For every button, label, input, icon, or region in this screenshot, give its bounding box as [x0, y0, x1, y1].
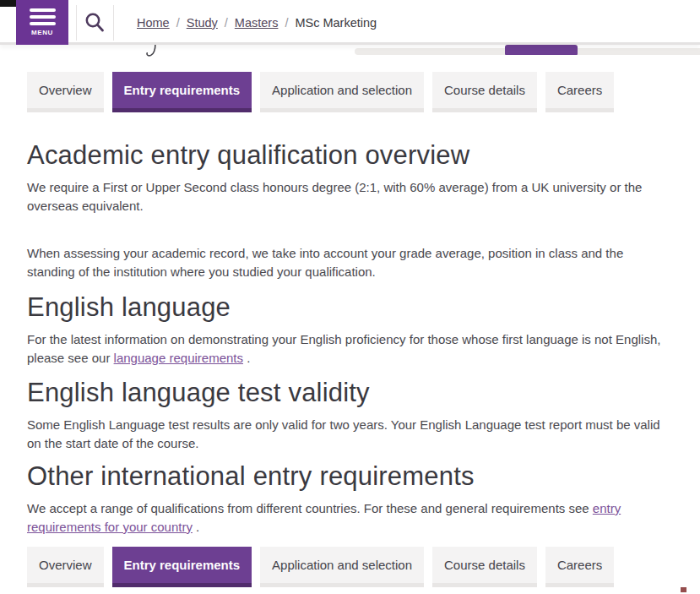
- tab-careers[interactable]: Careers: [545, 72, 614, 112]
- tab-overview[interactable]: Overview: [27, 72, 104, 112]
- breadcrumb-link-masters[interactable]: Masters: [235, 16, 279, 30]
- tab-application-and-selection[interactable]: Application and selection: [260, 72, 424, 112]
- breadcrumb-separator: /: [176, 16, 180, 30]
- tab-application-and-selection[interactable]: Application and selection: [260, 547, 424, 587]
- hamburger-icon: [30, 8, 56, 25]
- course-tabs-top: Overview Entry requirements Application …: [27, 72, 673, 112]
- language-requirements-link[interactable]: language requirements: [114, 351, 243, 365]
- section-heading-academic: Academic entry qualification overview: [27, 140, 673, 171]
- tab-entry-requirements[interactable]: Entry requirements: [112, 72, 252, 112]
- search-button[interactable]: [84, 11, 106, 34]
- breadcrumb-link-study[interactable]: Study: [187, 16, 218, 30]
- menu-button[interactable]: MENU: [16, 0, 68, 45]
- corner-artifact: [681, 587, 686, 592]
- menu-button-label: MENU: [31, 29, 53, 36]
- paragraph-academic-2: When assessing your academic record, we …: [27, 244, 673, 281]
- header-divider: [113, 5, 114, 41]
- section-heading-english-language: English language: [27, 292, 673, 323]
- text-before-link: We accept a range of qualifications from…: [27, 501, 593, 515]
- breadcrumb: Home / Study / Masters / MSc Marketing: [137, 0, 377, 45]
- tab-entry-requirements[interactable]: Entry requirements: [112, 547, 252, 587]
- paragraph-academic-1: We require a First or Upper Second class…: [27, 178, 673, 215]
- breadcrumb-link-home[interactable]: Home: [137, 16, 170, 30]
- tab-careers[interactable]: Careers: [545, 547, 614, 587]
- tab-course-details[interactable]: Course details: [432, 72, 537, 112]
- paragraph-english-language: For the latest information on demonstrat…: [27, 330, 673, 367]
- page-title-descender-glyph: [144, 43, 159, 58]
- search-icon: [84, 11, 106, 34]
- breadcrumb-separator: /: [225, 16, 228, 30]
- text-after-link: .: [193, 520, 199, 534]
- browser-page: MSc Marketing MENU Home / Study / Maste: [0, 0, 700, 594]
- top-black-bar: [0, 0, 16, 7]
- header-divider: [76, 5, 77, 41]
- tab-course-details[interactable]: Course details: [432, 547, 537, 587]
- breadcrumb-current: MSc Marketing: [295, 16, 377, 30]
- text-after-link: .: [243, 351, 250, 365]
- main-content: Overview Entry requirements Application …: [0, 0, 700, 587]
- paragraph-test-validity: Some English Language test results are o…: [27, 416, 673, 452]
- section-heading-test-validity: English language test validity: [27, 378, 673, 408]
- partial-cta-button[interactable]: [505, 45, 578, 55]
- tab-overview[interactable]: Overview: [27, 547, 104, 587]
- breadcrumb-separator: /: [285, 16, 288, 30]
- paragraph-international: We accept a range of qualifications from…: [27, 499, 673, 536]
- section-heading-international: Other international entry requirements: [27, 461, 673, 492]
- course-tabs-bottom: Overview Entry requirements Application …: [27, 547, 673, 587]
- sticky-header: MENU Home / Study / Masters / MSc Market…: [0, 0, 700, 45]
